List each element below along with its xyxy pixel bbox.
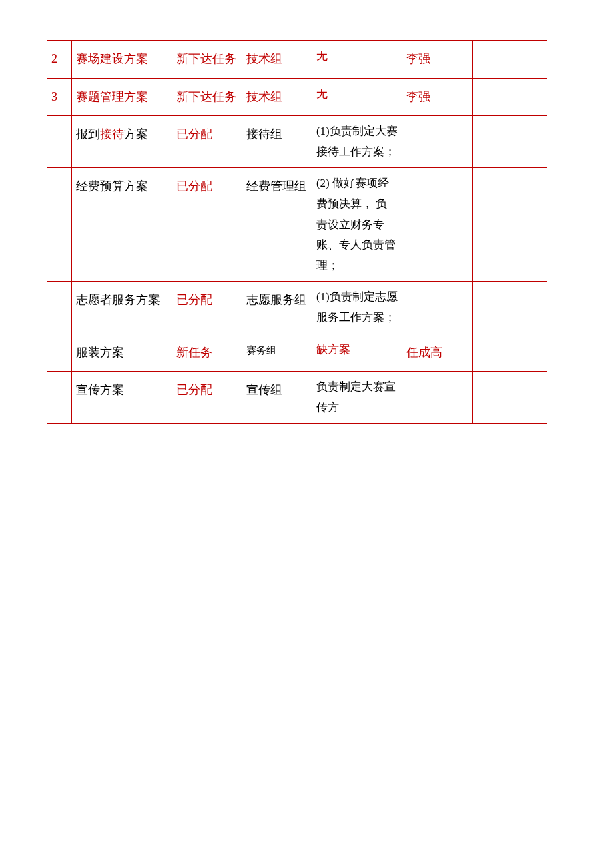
cell-name: 志愿者服务方案 [72, 282, 172, 334]
cell-desc: 无 [312, 41, 402, 79]
cell-group: 接待组 [242, 116, 312, 168]
cell-desc: 负责制定大赛宣传方 [312, 372, 402, 424]
cell-desc: (2) 做好赛项经费预决算， 负责设立财务专账、专人负责管理； [312, 168, 402, 282]
cell-group: 志愿服务组 [242, 282, 312, 334]
cell-name: 赛题管理方案 [72, 78, 172, 116]
cell-extra [472, 78, 547, 116]
cell-name: 服装方案 [72, 334, 172, 372]
cell-num: 2 [47, 41, 72, 79]
cell-status: 新下达任务 [172, 78, 242, 116]
cell-status: 已分配 [172, 282, 242, 334]
table-row: 志愿者服务方案已分配志愿服务组 (1)负责制定志愿服务工作方案； [47, 282, 547, 334]
cell-person [402, 372, 472, 424]
cell-desc: (1)负责制定志愿服务工作方案； [312, 282, 402, 334]
cell-group: 宣传组 [242, 372, 312, 424]
cell-name: 赛场建设方案 [72, 41, 172, 79]
cell-person [402, 168, 472, 282]
cell-status: 新任务 [172, 334, 242, 372]
table-row: 3赛题管理方案新下达任务技术组无李强 [47, 78, 547, 116]
cell-num [47, 168, 72, 282]
cell-status: 已分配 [172, 168, 242, 282]
table-row: 服装方案新任务赛务组缺方案任成高 [47, 334, 547, 372]
cell-person: 李强 [402, 41, 472, 79]
cell-name: 宣传方案 [72, 372, 172, 424]
cell-group: 技术组 [242, 78, 312, 116]
cell-extra [472, 168, 547, 282]
cell-extra [472, 372, 547, 424]
cell-num [47, 116, 72, 168]
cell-desc: 无 [312, 78, 402, 116]
table-row: 经费预算方案已分配经费管理组 (2) 做好赛项经费预决算， 负责设立财务专账、专… [47, 168, 547, 282]
cell-extra [472, 116, 547, 168]
cell-name: 报到接待方案 [72, 116, 172, 168]
cell-desc: (1)负责制定大赛接待工作方案； [312, 116, 402, 168]
table-row: 宣传方案已分配宣传组负责制定大赛宣传方 [47, 372, 547, 424]
cell-person [402, 282, 472, 334]
cell-group: 赛务组 [242, 334, 312, 372]
task-table: 2赛场建设方案新下达任务技术组无李强3赛题管理方案新下达任务技术组无李强报到接待… [47, 40, 547, 424]
cell-name: 经费预算方案 [72, 168, 172, 282]
cell-person: 任成高 [402, 334, 472, 372]
cell-num [47, 282, 72, 334]
cell-extra [472, 41, 547, 79]
cell-person [402, 116, 472, 168]
cell-desc: 缺方案 [312, 334, 402, 372]
cell-status: 已分配 [172, 116, 242, 168]
cell-person: 李强 [402, 78, 472, 116]
table-row: 报到接待方案已分配接待组 (1)负责制定大赛接待工作方案； [47, 116, 547, 168]
cell-extra [472, 334, 547, 372]
cell-group: 经费管理组 [242, 168, 312, 282]
cell-status: 新下达任务 [172, 41, 242, 79]
cell-num [47, 372, 72, 424]
cell-num: 3 [47, 78, 72, 116]
cell-status: 已分配 [172, 372, 242, 424]
cell-num [47, 334, 72, 372]
table-row: 2赛场建设方案新下达任务技术组无李强 [47, 41, 547, 79]
cell-group: 技术组 [242, 41, 312, 79]
cell-extra [472, 282, 547, 334]
